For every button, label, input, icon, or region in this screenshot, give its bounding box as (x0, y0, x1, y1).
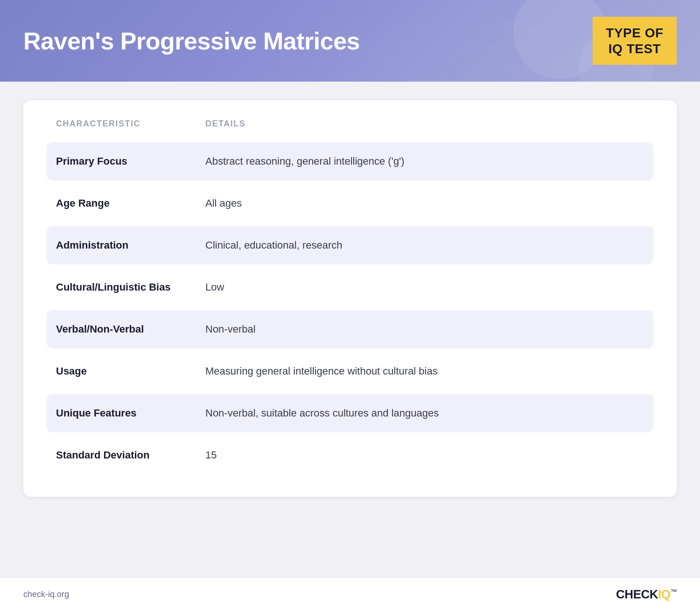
row-value-0: Abstract reasoning, general intelligence… (205, 155, 644, 167)
footer-url: check-iq.org (23, 590, 69, 599)
badge-line1: TYPE OF (606, 25, 664, 41)
row-value-6: Non-verbal, suitable across cultures and… (205, 407, 644, 419)
col-header-characteristic: CHARACTERISTIC (56, 119, 205, 129)
table-row: Age RangeAll ages (47, 184, 653, 222)
row-label-6: Unique Features (56, 407, 205, 419)
row-value-3: Low (205, 281, 644, 293)
row-label-3: Cultural/Linguistic Bias (56, 281, 205, 293)
page-title: Raven's Progressive Matrices (23, 27, 360, 55)
table-row: Cultural/Linguistic BiasLow (47, 268, 653, 306)
row-value-5: Measuring general intelligence without c… (205, 365, 644, 377)
row-label-4: Verbal/Non-Verbal (56, 323, 205, 335)
row-label-2: Administration (56, 239, 205, 251)
table-row: UsageMeasuring general intelligence with… (47, 352, 653, 390)
table-card: CHARACTERISTIC DETAILS Primary FocusAbst… (23, 100, 677, 497)
row-label-7: Standard Deviation (56, 449, 205, 461)
brand-tm: ™ (671, 588, 677, 595)
brand-iq: IQ (658, 587, 670, 601)
main-content: CHARACTERISTIC DETAILS Primary FocusAbst… (0, 82, 700, 577)
row-label-5: Usage (56, 365, 205, 377)
table-row: Standard Deviation15 (47, 436, 653, 474)
row-value-7: 15 (205, 449, 644, 461)
table-header: CHARACTERISTIC DETAILS (47, 119, 653, 139)
row-label-0: Primary Focus (56, 155, 205, 167)
table-row: AdministrationClinical, educational, res… (47, 226, 653, 264)
brand-check: CHECK (616, 587, 658, 601)
page-footer: check-iq.org CHECKIQ™ (0, 577, 700, 611)
row-label-1: Age Range (56, 197, 205, 209)
badge-line2: IQ TEST (606, 41, 664, 57)
page-header: Raven's Progressive Matrices TYPE OF IQ … (0, 0, 700, 82)
table-row: Primary FocusAbstract reasoning, general… (47, 142, 653, 181)
col-header-details: DETAILS (205, 119, 644, 129)
row-value-2: Clinical, educational, research (205, 239, 644, 251)
table-row: Unique FeaturesNon-verbal, suitable acro… (47, 394, 653, 432)
footer-brand: CHECKIQ™ (616, 587, 677, 602)
row-value-1: All ages (205, 197, 644, 209)
type-badge: TYPE OF IQ TEST (593, 17, 677, 65)
table-rows: Primary FocusAbstract reasoning, general… (47, 142, 653, 474)
row-value-4: Non-verbal (205, 323, 644, 335)
table-row: Verbal/Non-VerbalNon-verbal (47, 310, 653, 348)
